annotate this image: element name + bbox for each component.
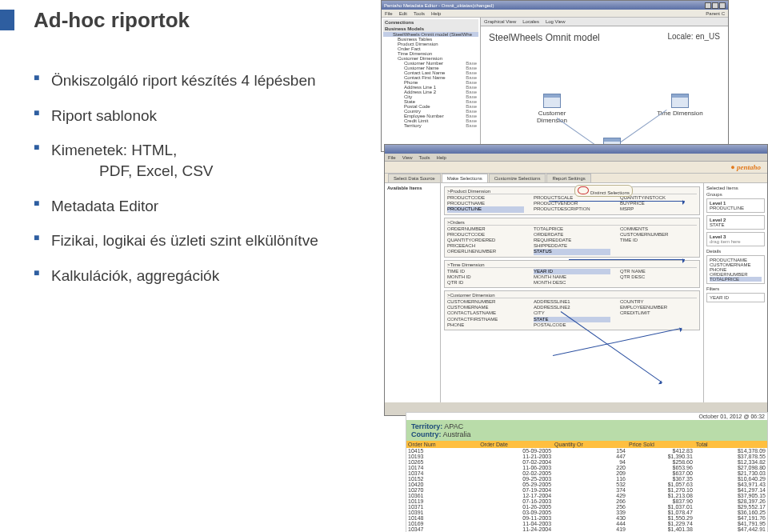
panel-header[interactable]: >Product Dimension bbox=[447, 189, 697, 194]
report-row: 1034711-24-2004419$1,401.38$47,442.91 bbox=[406, 526, 767, 532]
close-icon[interactable] bbox=[719, 2, 726, 9]
field-item[interactable]: COMMENTS bbox=[620, 226, 697, 232]
entity-customer[interactable]: Customer Dimension bbox=[529, 94, 575, 124]
field-item[interactable]: POSTALCODE bbox=[534, 322, 610, 328]
group-level-2[interactable]: Level 2 STATE bbox=[706, 215, 765, 230]
relation-line bbox=[621, 110, 667, 142]
menu-file[interactable]: File bbox=[385, 11, 393, 16]
level1-value: PRODUCTLINE bbox=[710, 206, 762, 210]
window-title: Pentaho Metadata Editor - Omnit_oktatas(… bbox=[384, 3, 494, 8]
maximize-icon[interactable] bbox=[712, 2, 718, 9]
designer-menu: File View Tools Help bbox=[385, 154, 767, 162]
field-item[interactable]: REQUIREDDATE bbox=[534, 238, 610, 243]
menu-help[interactable]: Help bbox=[437, 155, 446, 160]
menu-view[interactable]: View bbox=[402, 155, 413, 160]
field-item[interactable]: MSRP bbox=[620, 206, 697, 212]
mapping-arrow bbox=[549, 201, 685, 202]
field-item[interactable]: EMPLOYEENUMBER bbox=[620, 305, 697, 310]
field-item[interactable]: CUSTOMERNUMBER bbox=[447, 299, 524, 305]
report-row: 1019311-21-2003447$1,390.31$37,878.55 bbox=[406, 454, 767, 459]
field-item[interactable]: MONTH DESC bbox=[534, 280, 610, 286]
field-item[interactable]: PRODUCTCODE bbox=[447, 232, 524, 238]
entity-time[interactable]: Time Dimension bbox=[657, 94, 703, 117]
tab-selections[interactable]: Make Selections bbox=[442, 174, 488, 182]
field-item[interactable]: PRODUCTCODE bbox=[447, 195, 524, 201]
report-row: 1014809-11-2003430$1,550.29$47,191.76 bbox=[406, 515, 767, 521]
field-item[interactable]: TIME ID bbox=[620, 238, 697, 243]
territory-value: APAC bbox=[444, 422, 463, 430]
designer-titlebar[interactable] bbox=[385, 145, 767, 154]
field-item[interactable]: ORDERLINENUMBER bbox=[447, 249, 524, 254]
report-column-header: Price Sold bbox=[627, 441, 694, 448]
field-item[interactable]: MONTH NAME bbox=[534, 274, 610, 280]
field-item[interactable]: QTR NAME bbox=[620, 269, 697, 274]
metadata-editor-window: Pentaho Metadata Editor - Omnit_oktatas(… bbox=[381, 0, 729, 152]
tab-settings[interactable]: Report Settings bbox=[546, 174, 590, 182]
canvas-tab-graphical[interactable]: Graphical View bbox=[484, 19, 516, 24]
model-tree[interactable]: Connections Business Models SteelWheels … bbox=[382, 18, 481, 151]
report-row: 1037402-02-2005209$637.00$21,730.03 bbox=[406, 470, 767, 476]
field-item[interactable]: TIME ID bbox=[447, 269, 524, 274]
report-row: 1027007-19-2004374$1,270.10$41,297.14 bbox=[406, 487, 767, 493]
menu-tools[interactable]: Tools bbox=[419, 155, 430, 160]
panel-header[interactable]: >Time Dimension bbox=[447, 262, 697, 268]
slide-title: Ad-hoc riportok bbox=[34, 8, 190, 33]
field-item[interactable]: PRODUCTLINE bbox=[447, 206, 524, 212]
minimize-icon[interactable] bbox=[705, 2, 711, 9]
distinct-selections-checkbox[interactable]: Distinct Selections bbox=[574, 185, 633, 197]
field-item[interactable]: CONTACTLASTNAME bbox=[447, 310, 524, 316]
field-item[interactable]: PHONE bbox=[447, 322, 524, 328]
menu-file[interactable]: File bbox=[388, 155, 396, 160]
tree-column[interactable]: TerritoryBase bbox=[383, 123, 478, 128]
field-item[interactable]: CUSTOMERNUMBER bbox=[620, 232, 697, 238]
field-item[interactable]: CITY bbox=[534, 310, 610, 316]
panel-header[interactable]: >Orders bbox=[447, 220, 697, 226]
field-item[interactable]: ADDRESSLINE1 bbox=[534, 299, 610, 305]
bullet-3-text: Kimenetek: HTML, bbox=[51, 142, 177, 158]
model-canvas[interactable]: Graphical View Locales Log View SteelWhe… bbox=[481, 18, 728, 151]
field-item[interactable]: STATUS bbox=[534, 249, 610, 254]
field-item[interactable]: CONTACTFIRSTNAME bbox=[447, 317, 524, 322]
canvas-tab-locales[interactable]: Locales bbox=[522, 19, 539, 24]
field-item[interactable]: QUANTITYORDERED bbox=[447, 238, 524, 243]
field-item[interactable]: ORDERNUMBER bbox=[447, 226, 524, 232]
field-item[interactable]: CREDITLIMIT bbox=[620, 310, 697, 316]
report-row: 1039103-09-2005339$1,078.47$36,160.25 bbox=[406, 510, 767, 515]
filters-box[interactable]: YEAR ID bbox=[706, 293, 765, 302]
field-item[interactable]: TOTALPRICE bbox=[534, 226, 610, 232]
group-level-1[interactable]: Level 1 PRODUCTLINE bbox=[706, 198, 765, 213]
field-item[interactable]: PRODUCTDESCRIPTION bbox=[534, 206, 610, 212]
field-item[interactable]: YEAR ID bbox=[534, 269, 610, 274]
report-row: 1041505-09-2005154$412.83$14,378.09 bbox=[406, 448, 767, 454]
orders-panel: >Orders ORDERNUMBERPRODUCTCODEQUANTITYOR… bbox=[444, 218, 700, 258]
field-item[interactable]: SHIPPEDDATE bbox=[534, 243, 610, 249]
field-item[interactable]: ADDRESSLINE2 bbox=[534, 305, 610, 310]
report-row: 1026507-02-200494$258.60$12,334.82 bbox=[406, 459, 767, 465]
bullet-6: Kalkulációk, aggregációk bbox=[34, 266, 354, 286]
details-item[interactable]: TOTALPRICE bbox=[710, 277, 762, 282]
tree-models-header: Business Models bbox=[383, 26, 478, 32]
field-item[interactable]: QTR DESC bbox=[620, 274, 697, 280]
field-item[interactable]: COUNTRY bbox=[620, 299, 697, 305]
field-item[interactable]: PRODUCTNAME bbox=[447, 201, 524, 206]
bullet-list: Önkiszolgáló riport készítés 4 lépésben … bbox=[34, 56, 354, 300]
field-item[interactable]: MONTH ID bbox=[447, 274, 524, 280]
tab-customize[interactable]: Customize Selections bbox=[489, 174, 546, 182]
group-level-3[interactable]: Level 3 drag item here bbox=[706, 232, 765, 246]
menu-help[interactable]: Help bbox=[431, 11, 441, 16]
menu-tools[interactable]: Tools bbox=[414, 11, 425, 16]
window-titlebar[interactable]: Pentaho Metadata Editor - Omnit_oktatas(… bbox=[382, 1, 728, 10]
details-box[interactable]: PRODUCTNAMECUSTOMERNAMEPHONEORDERNUMBERT… bbox=[706, 255, 765, 284]
field-item[interactable]: PRODUCTVENDOR bbox=[534, 201, 610, 206]
field-item[interactable]: PRICEEACH bbox=[447, 243, 524, 249]
menu-edit[interactable]: Edit bbox=[399, 11, 407, 16]
relation-line bbox=[557, 118, 597, 146]
canvas-tab-log[interactable]: Log View bbox=[546, 19, 566, 24]
entity-label: Customer Dimension bbox=[529, 110, 575, 124]
wizard-tabs: Select Data Source Make Selections Custo… bbox=[385, 174, 767, 182]
tab-datasource[interactable]: Select Data Source bbox=[388, 174, 441, 182]
field-item[interactable]: CUSTOMERNAME bbox=[447, 305, 524, 310]
field-item[interactable]: QTR ID bbox=[447, 280, 524, 286]
field-item[interactable]: ORDERDATE bbox=[534, 232, 610, 238]
panel-header[interactable]: >Customer Dimension bbox=[447, 293, 697, 298]
